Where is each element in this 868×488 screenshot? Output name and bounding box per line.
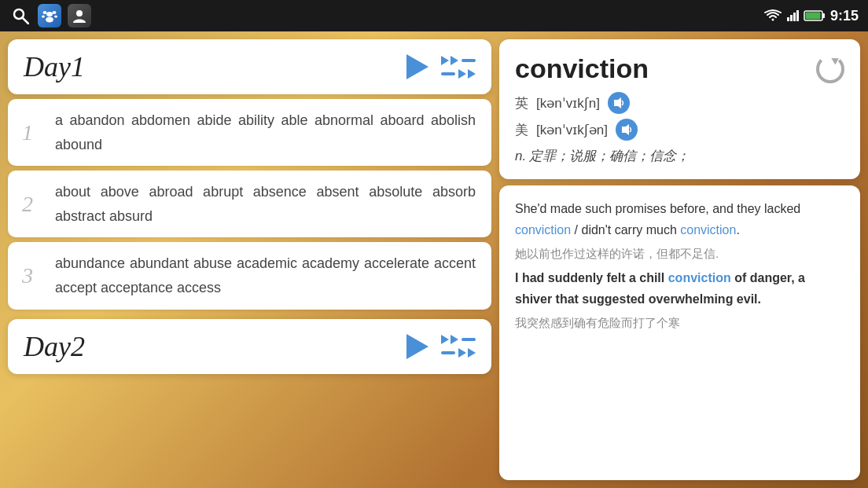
main-content: Day1 1 a [0,31,868,488]
wifi-icon [764,9,782,22]
definition-text: 定罪；说服；确信；信念； [529,149,690,163]
phonetic-us: [kənˈvɪkʃən] [536,122,608,138]
word-row-2: 2 about above abroad abrupt absence abse… [8,171,491,237]
word-detail-card: conviction 英 [kənˈvɪkʃn] 美 [kənˈvɪkʃən] [499,39,860,179]
svg-point-6 [54,16,57,18]
example-1-zh: 她以前也作过这样的许诺，但都不足信. [515,244,844,264]
day2-controls [406,334,476,359]
status-right: 9:15 [764,8,859,24]
app-icon-1[interactable] [38,4,61,28]
svg-line-1 [23,18,28,24]
word-row-1-text: a abandon abdomen abide ability able abn… [55,108,476,156]
phonetic-en: [kənˈvɪkʃn] [536,95,600,112]
svg-point-7 [46,17,53,23]
battery-icon [804,9,826,22]
svg-rect-11 [793,13,796,21]
svg-rect-14 [822,13,825,18]
svg-marker-16 [614,97,621,108]
svg-rect-10 [790,15,793,21]
status-bar: 9:15 [0,0,868,31]
day1-play-button[interactable] [406,54,428,79]
word-row-2-text: about above abroad abrupt absence absent… [55,180,476,228]
status-left-icons [9,4,91,28]
word-row-3-text: abundance abundant abuse academic academ… [55,251,476,299]
refresh-icon[interactable] [816,55,844,83]
pronunciation-en: 英 [kənˈvɪkʃn] [515,92,844,114]
svg-rect-15 [805,13,820,20]
svg-point-4 [53,11,57,14]
status-time: 9:15 [830,8,859,24]
example-2-en: I had suddenly felt a chill conviction o… [515,267,844,310]
example-1-en: She'd made such promises before, and the… [515,198,844,240]
svg-point-3 [43,11,47,14]
signal-icon [786,9,799,22]
svg-point-2 [46,12,53,17]
word-row-1: 1 a abandon abdomen abide ability able a… [8,99,491,166]
word-row-3: 3 abundance abundant abuse academic acad… [8,242,491,309]
svg-point-5 [42,16,45,18]
row-number-1: 1 [22,120,33,145]
day2-card: Day2 [8,319,491,374]
row-number-3: 3 [22,263,33,288]
day1-title: Day1 [24,50,85,83]
lang-en: 英 [515,94,528,112]
svg-rect-12 [796,10,799,21]
svg-point-8 [76,10,83,17]
word-main: conviction [515,53,649,84]
pronunciation-us: 美 [kənˈvɪkʃən] [515,119,844,141]
day2-play-button[interactable] [406,334,428,359]
highlight-2: conviction [668,271,731,284]
svg-marker-17 [622,124,629,135]
part-of-speech: n. [515,149,526,163]
definition: n.定罪；说服；确信；信念； [515,147,844,165]
lang-us: 美 [515,121,528,139]
day1-card: Day1 [8,39,491,94]
highlight-1a: conviction [515,223,571,237]
highlight-1b: conviction [680,223,736,237]
day1-menu-icon[interactable] [441,56,476,79]
sound-us-button[interactable] [616,119,638,141]
word-header: conviction [515,53,844,84]
example-card: She'd made such promises before, and the… [499,185,860,480]
app-icon-2[interactable] [68,4,91,28]
day2-menu-icon[interactable] [441,335,476,358]
svg-rect-9 [787,17,789,21]
right-panel: conviction 英 [kənˈvɪkʃn] 美 [kənˈvɪkʃən] [499,39,860,480]
search-icon[interactable] [9,5,31,27]
example-2-zh: 我突然感到确有危险而打了个寒 [515,313,844,333]
row-number-2: 2 [22,192,33,217]
left-panel: Day1 1 a [8,39,491,480]
sound-en-button[interactable] [608,92,630,114]
day2-title: Day2 [24,330,85,363]
day1-controls [406,54,476,79]
